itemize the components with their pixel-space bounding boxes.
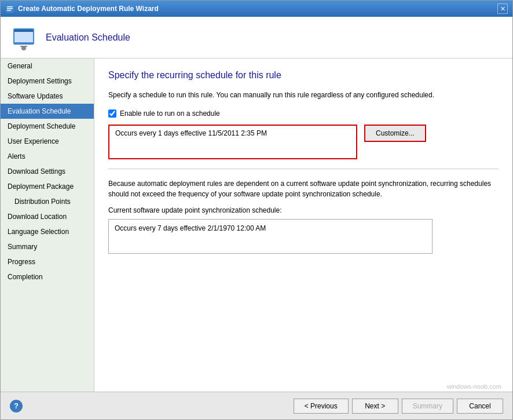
sidebar-item-download-settings[interactable]: Download Settings — [1, 164, 94, 179]
sidebar-item-software-updates[interactable]: Software Updates — [1, 89, 94, 104]
enable-schedule-checkbox[interactable] — [108, 109, 116, 118]
help-button[interactable]: ? — [10, 400, 23, 412]
summary-button[interactable]: Summary — [402, 399, 453, 414]
sync-label: Current software update point synchroniz… — [108, 206, 499, 214]
content-area: GeneralDeployment SettingsSoftware Updat… — [1, 59, 512, 392]
main-content: Specify the recurring schedule for this … — [94, 59, 512, 392]
sidebar-item-distribution-points[interactable]: Distribution Points — [1, 194, 94, 209]
divider — [108, 169, 499, 169]
svg-rect-8 — [20, 46, 27, 47]
next-button[interactable]: Next > — [352, 399, 398, 414]
watermark: windows-noob.com — [447, 383, 501, 390]
schedule-section: Occurs every 1 days effective 11/5/2011 … — [108, 125, 499, 159]
previous-button[interactable]: < Previous — [294, 399, 349, 414]
page-heading: Specify the recurring schedule for this … — [108, 70, 499, 81]
sidebar-item-alerts[interactable]: Alerts — [1, 149, 94, 164]
sync-box: Occurs every 7 days effective 2/1/1970 1… — [108, 219, 433, 254]
wizard-header: Evaluation Schedule — [1, 17, 512, 59]
svg-rect-3 — [7, 10, 11, 11]
svg-rect-1 — [7, 6, 13, 8]
svg-rect-2 — [7, 8, 13, 9]
sidebar-item-progress[interactable]: Progress — [1, 254, 94, 269]
footer: ? < Previous Next > Summary Cancel — [1, 392, 512, 419]
sidebar-item-completion[interactable]: Completion — [1, 269, 94, 284]
checkbox-row: Enable rule to run on a schedule — [108, 109, 499, 118]
close-button[interactable]: ✕ — [497, 3, 508, 14]
sidebar-item-deployment-package[interactable]: Deployment Package — [1, 179, 94, 194]
svg-rect-6 — [14, 30, 33, 32]
sidebar-item-summary[interactable]: Summary — [1, 239, 94, 254]
title-bar: Create Automatic Deployment Rule Wizard … — [1, 1, 512, 17]
window-title: Create Automatic Deployment Rule Wizard — [18, 5, 159, 13]
sidebar-item-general[interactable]: General — [1, 59, 94, 74]
sidebar-item-evaluation-schedule[interactable]: Evaluation Schedule — [1, 104, 94, 119]
wizard-step-title: Evaluation Schedule — [46, 32, 130, 43]
sidebar-item-language-selection[interactable]: Language Selection — [1, 224, 94, 239]
cancel-button[interactable]: Cancel — [457, 399, 503, 414]
description-text: Specify a schedule to run this rule. You… — [108, 90, 499, 100]
sidebar-item-deployment-settings[interactable]: Deployment Settings — [1, 74, 94, 89]
wizard-icon — [5, 4, 14, 13]
enable-schedule-label[interactable]: Enable rule to run on a schedule — [120, 109, 220, 118]
schedule-box: Occurs every 1 days effective 11/5/2011 … — [108, 125, 357, 159]
schedule-value: Occurs every 1 days effective 11/5/2011 … — [115, 129, 267, 137]
customize-button[interactable]: Customize... — [364, 125, 426, 142]
sidebar-item-user-experience[interactable]: User Experience — [1, 134, 94, 149]
sidebar-item-download-location[interactable]: Download Location — [1, 209, 94, 224]
sidebar-item-deployment-schedule[interactable]: Deployment Schedule — [1, 119, 94, 134]
sync-value: Occurs every 7 days effective 2/1/1970 1… — [115, 224, 266, 232]
header-icon — [10, 24, 38, 52]
info-text: Because automatic deployment rules are d… — [108, 178, 499, 199]
footer-buttons: < Previous Next > Summary Cancel — [294, 399, 503, 414]
sidebar: GeneralDeployment SettingsSoftware Updat… — [1, 59, 94, 392]
wizard-window: Create Automatic Deployment Rule Wizard … — [0, 0, 513, 420]
